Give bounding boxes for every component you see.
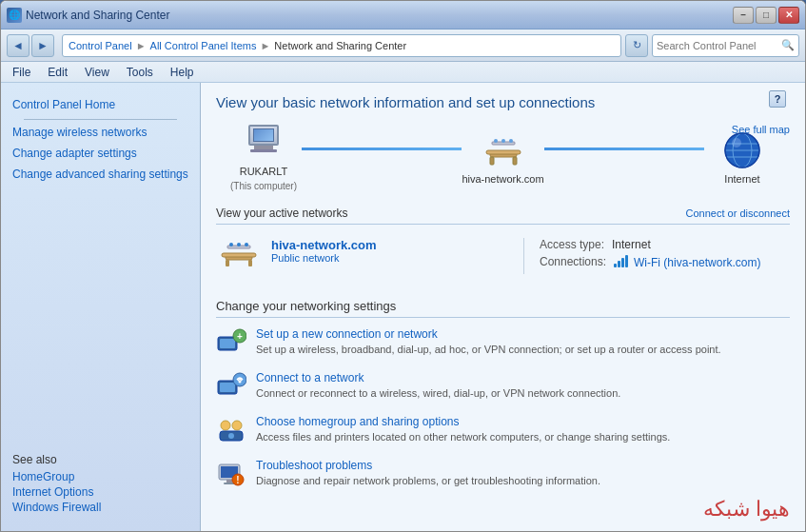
computer-label: RUKARLT xyxy=(240,166,288,177)
svg-rect-18 xyxy=(222,253,256,257)
svg-rect-3 xyxy=(486,150,521,154)
svg-text:!: ! xyxy=(236,475,239,485)
svg-point-5 xyxy=(494,139,498,143)
setting-link-2[interactable]: Choose homegroup and sharing options xyxy=(256,415,790,428)
network-props: Access type: Internet Connections: xyxy=(523,238,790,274)
window-icon: 🌐 xyxy=(7,8,22,23)
wifi-bars-icon xyxy=(614,255,631,270)
sidebar-item-internet-options[interactable]: Internet Options xyxy=(12,485,188,499)
menu-view[interactable]: View xyxy=(77,64,117,81)
sidebar-see-also: See also HomeGroup Internet Options Wind… xyxy=(1,447,200,522)
svg-point-34 xyxy=(228,433,234,439)
search-icon: 🔍 xyxy=(781,39,795,51)
svg-rect-37 xyxy=(226,480,232,483)
network-name[interactable]: hiva-network.com xyxy=(271,238,523,252)
net-line-2 xyxy=(544,148,704,150)
monitor-icon xyxy=(248,125,279,146)
network-bench-svg xyxy=(219,238,259,278)
menu-file[interactable]: File xyxy=(5,64,38,81)
network-type[interactable]: Public network xyxy=(271,252,523,264)
path-current: Network and Sharing Center xyxy=(274,40,406,51)
sidebar-item-change-advanced[interactable]: Change advanced sharing settings xyxy=(12,167,188,181)
sidebar-item-change-adapter[interactable]: Change adapter settings xyxy=(12,147,188,160)
homegroup-icon xyxy=(216,415,246,445)
see-full-map-link[interactable]: See full map xyxy=(732,124,790,135)
connections-value: Wi-Fi (hiva-network.com) xyxy=(634,256,760,269)
access-type-label: Access type: xyxy=(540,238,604,251)
path-control-panel[interactable]: Control Panel xyxy=(69,40,132,51)
sidebar-item-control-panel-home[interactable]: Control Panel Home xyxy=(12,98,188,111)
sidebar-divider xyxy=(24,119,177,120)
router-svg xyxy=(482,133,524,167)
menu-help[interactable]: Help xyxy=(163,64,202,81)
internet-label: Internet xyxy=(724,173,759,185)
main-window: 🌐 Network and Sharing Center – □ ✕ ◄ ► C… xyxy=(0,0,806,532)
setting-icon-1 xyxy=(216,371,246,402)
setting-item-2: Choose homegroup and sharing options Acc… xyxy=(216,415,790,445)
setting-item-0: + Set up a new connection or network Set… xyxy=(216,327,790,358)
svg-point-31 xyxy=(221,421,230,430)
svg-point-32 xyxy=(232,421,242,430)
menu-edit[interactable]: Edit xyxy=(40,64,75,81)
net-node-internet: Internet xyxy=(704,131,780,185)
svg-rect-2 xyxy=(513,157,517,165)
nav-buttons: ◄ ► xyxy=(7,34,54,57)
maximize-button[interactable]: □ xyxy=(756,7,777,24)
menu-tools[interactable]: Tools xyxy=(119,64,161,81)
setting-text-0: Set up a new connection or network Set u… xyxy=(256,327,790,357)
close-button[interactable]: ✕ xyxy=(778,7,799,24)
window-controls: – □ ✕ xyxy=(733,7,799,24)
new-connection-icon: + xyxy=(216,327,246,358)
setting-link-0[interactable]: Set up a new connection or network xyxy=(256,327,790,341)
access-type-row: Access type: Internet xyxy=(540,238,790,251)
connect-disconnect-link[interactable]: Connect or disconnect xyxy=(686,207,790,219)
main-content: Control Panel Home Manage wireless netwo… xyxy=(1,83,805,531)
setting-desc-2: Access files and printers located on oth… xyxy=(256,430,790,444)
net-line-1 xyxy=(302,148,462,150)
svg-rect-16 xyxy=(226,260,229,266)
search-input[interactable] xyxy=(657,40,777,51)
network-info-details: hiva-network.com Public network xyxy=(271,238,523,264)
svg-point-20 xyxy=(229,243,233,246)
globe-svg xyxy=(721,129,763,171)
menu-bar: File Edit View Tools Help xyxy=(1,62,805,83)
setting-link-1[interactable]: Connect to a network xyxy=(256,371,790,384)
connections-link[interactable]: Wi-Fi (hiva-network.com) xyxy=(614,255,760,270)
setting-text-3: Troubleshoot problems Diagnose and repai… xyxy=(256,459,790,488)
sidebar-item-homegroup[interactable]: HomeGroup xyxy=(12,470,188,483)
settings-section: Change your networking settings + xyxy=(216,299,790,489)
minimize-button[interactable]: – xyxy=(733,7,754,24)
path-all-items[interactable]: All Control Panel Items xyxy=(150,40,257,51)
setting-icon-2 xyxy=(216,415,246,445)
svg-point-7 xyxy=(509,139,513,143)
active-networks-title: View your active networks xyxy=(216,207,348,220)
sidebar-item-windows-firewall[interactable]: Windows Firewall xyxy=(12,501,188,514)
svg-point-30 xyxy=(239,381,242,384)
refresh-button[interactable]: ↻ xyxy=(625,34,648,57)
setting-link-3[interactable]: Troubleshoot problems xyxy=(256,459,790,472)
help-button[interactable]: ? xyxy=(769,90,786,108)
svg-rect-28 xyxy=(220,383,235,392)
network-info-row: hiva-network.com Public network Access t… xyxy=(216,232,790,284)
setting-icon-0: + xyxy=(216,327,246,358)
setting-desc-0: Set up a wireless, broadband, dial-up, a… xyxy=(256,343,790,357)
svg-rect-24 xyxy=(220,339,235,348)
content-header: View your basic network information and … xyxy=(216,94,790,110)
address-bar: ◄ ► Control Panel ► All Control Panel It… xyxy=(1,30,805,62)
network-diagram: RUKARLT (This computer) xyxy=(216,124,790,191)
net-node-router: hiva-network.com xyxy=(462,131,543,185)
sidebar: Control Panel Home Manage wireless netwo… xyxy=(1,83,201,531)
active-networks-header: View your active networks Connect or dis… xyxy=(216,207,790,225)
svg-rect-17 xyxy=(248,260,252,266)
search-box[interactable]: 🔍 xyxy=(652,34,799,57)
address-path[interactable]: Control Panel ► All Control Panel Items … xyxy=(62,34,621,57)
setting-desc-3: Diagnose and repair network problems, or… xyxy=(256,474,790,488)
setting-text-1: Connect to a network Connect or reconnec… xyxy=(256,371,790,401)
setting-text-2: Choose homegroup and sharing options Acc… xyxy=(256,415,790,444)
router-icon xyxy=(481,131,526,169)
sidebar-item-manage-wireless[interactable]: Manage wireless networks xyxy=(12,126,188,139)
svg-point-6 xyxy=(501,139,505,143)
back-button[interactable]: ◄ xyxy=(7,34,29,57)
forward-button[interactable]: ► xyxy=(31,34,54,57)
settings-title: Change your networking settings xyxy=(216,299,790,318)
